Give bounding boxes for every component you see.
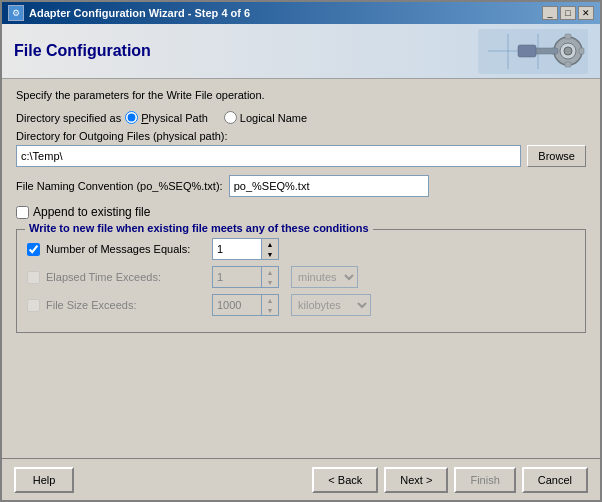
num-messages-checkbox[interactable]: [27, 243, 40, 256]
svg-rect-12: [518, 45, 536, 57]
file-size-label: File Size Exceeds:: [46, 299, 206, 311]
file-naming-input[interactable]: [229, 175, 429, 197]
num-messages-up[interactable]: ▲: [262, 239, 278, 249]
physical-path-radio-label[interactable]: Physical Path: [125, 111, 208, 124]
description-text: Specify the parameters for the Write Fil…: [16, 89, 586, 101]
footer: Help < Back Next > Finish Cancel: [2, 458, 600, 500]
svg-rect-7: [565, 34, 571, 39]
header-area: File Configuration: [2, 24, 600, 79]
window-title: Adapter Configuration Wizard - Step 4 of…: [29, 7, 250, 19]
file-naming-row: File Naming Convention (po_%SEQ%.txt):: [16, 175, 586, 197]
next-button[interactable]: Next >: [384, 467, 448, 493]
file-size-spinner: ▲ ▼: [212, 294, 279, 316]
elapsed-time-unit-select[interactable]: minutes hours seconds: [291, 266, 358, 288]
header-graphic: [468, 29, 588, 74]
file-size-unit-select[interactable]: kilobytes megabytes: [291, 294, 371, 316]
directory-radio-group: Physical Path Logical Name: [125, 111, 307, 124]
wizard-window: ⚙ Adapter Configuration Wizard - Step 4 …: [0, 0, 602, 502]
minimize-button[interactable]: _: [542, 6, 558, 20]
maximize-button[interactable]: □: [560, 6, 576, 20]
elapsed-time-checkbox[interactable]: [27, 271, 40, 284]
close-button[interactable]: ✕: [578, 6, 594, 20]
directory-specified-row: Directory specified as Physical Path Log…: [16, 111, 586, 124]
back-button[interactable]: < Back: [312, 467, 378, 493]
num-messages-value[interactable]: [212, 238, 262, 260]
elapsed-time-down: ▼: [262, 277, 278, 287]
physical-path-radio[interactable]: [125, 111, 138, 124]
svg-rect-8: [565, 62, 571, 67]
physical-path-label: Physical Path: [141, 112, 208, 124]
file-naming-label: File Naming Convention (po_%SEQ%.txt):: [16, 180, 223, 192]
num-messages-down[interactable]: ▼: [262, 249, 278, 259]
elapsed-time-value[interactable]: [212, 266, 262, 288]
directory-input-row: Browse: [16, 145, 586, 167]
elapsed-time-spinner: ▲ ▼: [212, 266, 279, 288]
conditions-group: Write to new file when existing file mee…: [16, 229, 586, 333]
file-size-value[interactable]: [212, 294, 262, 316]
logical-name-radio-label[interactable]: Logical Name: [224, 111, 307, 124]
directory-input[interactable]: [16, 145, 521, 167]
svg-rect-10: [579, 48, 584, 54]
browse-button[interactable]: Browse: [527, 145, 586, 167]
file-size-down: ▼: [262, 305, 278, 315]
num-messages-label: Number of Messages Equals:: [46, 243, 206, 255]
svg-point-6: [564, 47, 572, 55]
cancel-button[interactable]: Cancel: [522, 467, 588, 493]
file-size-checkbox[interactable]: [27, 299, 40, 312]
directory-specified-label: Directory specified as: [16, 112, 121, 124]
help-button[interactable]: Help: [14, 467, 74, 493]
append-label: Append to existing file: [33, 205, 150, 219]
title-bar: ⚙ Adapter Configuration Wizard - Step 4 …: [2, 2, 600, 24]
elapsed-time-row: Elapsed Time Exceeds: ▲ ▼ minutes hours …: [27, 266, 575, 288]
append-checkbox-row: Append to existing file: [16, 205, 586, 219]
page-title: File Configuration: [14, 42, 151, 60]
file-size-row: File Size Exceeds: ▲ ▼ kilobytes megabyt…: [27, 294, 575, 316]
elapsed-time-label: Elapsed Time Exceeds:: [46, 271, 206, 283]
num-messages-spinner: ▲ ▼: [212, 238, 279, 260]
window-icon: ⚙: [8, 5, 24, 21]
logical-name-label: Logical Name: [240, 112, 307, 124]
num-messages-row: Number of Messages Equals: ▲ ▼: [27, 238, 575, 260]
append-checkbox[interactable]: [16, 206, 29, 219]
finish-button[interactable]: Finish: [454, 467, 515, 493]
content-area: Specify the parameters for the Write Fil…: [2, 79, 600, 458]
elapsed-time-up: ▲: [262, 267, 278, 277]
logical-name-radio[interactable]: [224, 111, 237, 124]
outgoing-dir-label: Directory for Outgoing Files (physical p…: [16, 130, 586, 142]
file-size-up: ▲: [262, 295, 278, 305]
group-box-title: Write to new file when existing file mee…: [25, 222, 373, 234]
